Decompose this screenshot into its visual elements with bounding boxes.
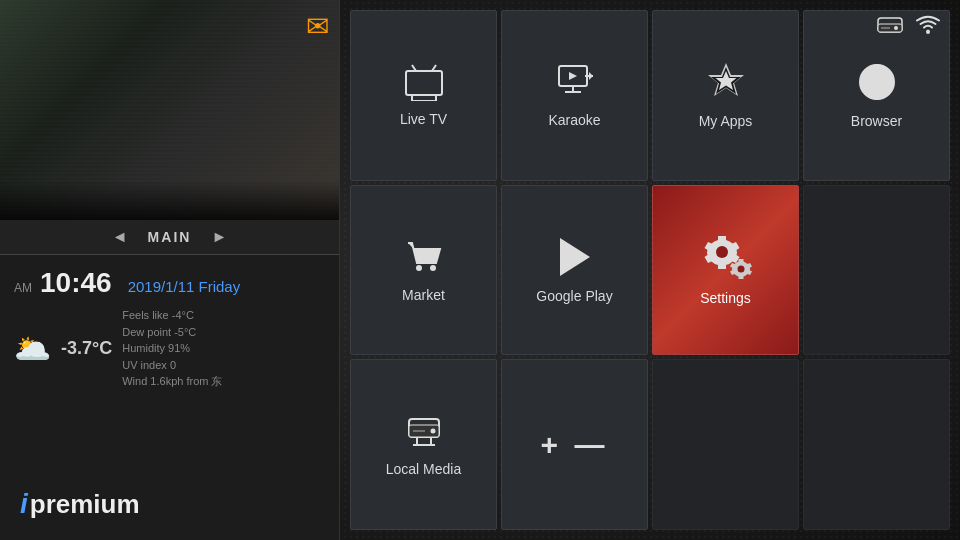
feels-like: Feels like -4°C bbox=[122, 307, 222, 324]
logo: i premium bbox=[20, 488, 140, 520]
humidity: Humidity 91% bbox=[122, 340, 222, 357]
logo-text: premium bbox=[30, 489, 140, 520]
my-apps-label: My Apps bbox=[699, 113, 753, 129]
channel-next-button[interactable]: ► bbox=[211, 228, 227, 246]
wifi-icon bbox=[914, 14, 942, 36]
local-media-icon bbox=[403, 413, 445, 451]
app-tile-market[interactable]: Market bbox=[350, 185, 497, 356]
date-display: 2019/1/11 Friday bbox=[128, 278, 241, 295]
karaoke-label: Karaoke bbox=[548, 112, 600, 128]
svg-point-3 bbox=[894, 26, 898, 30]
dew-point: Dew point -5°C bbox=[122, 324, 222, 341]
wind: Wind 1.6kph from 东 bbox=[122, 373, 222, 390]
channel-label: MAIN bbox=[148, 229, 192, 245]
time-display: 10:46 bbox=[40, 267, 112, 299]
svg-point-26 bbox=[430, 265, 436, 271]
logo-i: i bbox=[20, 488, 28, 520]
app-tile-karaoke[interactable]: Karaoke bbox=[501, 10, 648, 181]
app-tile-my-apps[interactable]: My Apps bbox=[652, 10, 799, 181]
left-panel: ✉ ◄ MAIN ► AM 10:46 2019/1/11 Friday 🌥️ … bbox=[0, 0, 340, 540]
svg-rect-6 bbox=[406, 71, 442, 95]
svg-marker-29 bbox=[560, 238, 590, 276]
app-tile-empty-r2c4 bbox=[803, 185, 950, 356]
live-tv-label: Live TV bbox=[400, 111, 447, 127]
weather-icon: 🌥️ bbox=[14, 331, 51, 366]
settings-label: Settings bbox=[700, 290, 751, 306]
hdd-icon bbox=[876, 14, 904, 36]
app-tile-live-tv[interactable]: Live TV bbox=[350, 10, 497, 181]
channel-controls: ◄ MAIN ► bbox=[0, 220, 339, 255]
live-tv-icon bbox=[402, 63, 446, 101]
svg-point-25 bbox=[416, 265, 422, 271]
market-label: Market bbox=[402, 287, 445, 303]
uv-index: UV index 0 bbox=[122, 357, 222, 374]
svg-point-31 bbox=[716, 246, 728, 258]
svg-marker-17 bbox=[589, 72, 593, 80]
google-play-icon bbox=[556, 236, 594, 278]
google-play-label: Google Play bbox=[536, 288, 612, 304]
status-icons bbox=[876, 14, 942, 36]
svg-point-35 bbox=[430, 428, 435, 433]
market-icon bbox=[404, 237, 444, 277]
plus-minus-symbol: + — bbox=[541, 428, 609, 462]
weather-row: 🌥️ -3.7°C Feels like -4°C Dew point -5°C… bbox=[14, 307, 325, 390]
svg-marker-13 bbox=[569, 72, 577, 80]
video-noise bbox=[0, 0, 339, 220]
mail-icon: ✉ bbox=[306, 10, 329, 43]
local-media-label: Local Media bbox=[386, 461, 462, 477]
weather-details: Feels like -4°C Dew point -5°C Humidity … bbox=[122, 307, 222, 390]
app-tile-plus-minus[interactable]: + — bbox=[501, 359, 648, 530]
app-tile-empty-r3c4 bbox=[803, 359, 950, 530]
my-apps-icon bbox=[705, 61, 747, 103]
video-preview: ✉ bbox=[0, 0, 339, 220]
app-tile-settings[interactable]: Settings bbox=[652, 185, 799, 356]
app-grid: Live TV Karaoke bbox=[340, 0, 960, 540]
time-ampm: AM bbox=[14, 281, 32, 295]
app-tile-google-play[interactable]: Google Play bbox=[501, 185, 648, 356]
svg-point-5 bbox=[926, 30, 930, 34]
time-row: AM 10:46 2019/1/11 Friday bbox=[14, 267, 325, 299]
app-tile-empty-r3c3 bbox=[652, 359, 799, 530]
svg-point-32 bbox=[737, 265, 744, 272]
browser-icon bbox=[856, 61, 898, 103]
browser-label: Browser bbox=[851, 113, 902, 129]
info-panel: AM 10:46 2019/1/11 Friday 🌥️ -3.7°C Feel… bbox=[0, 255, 339, 402]
temperature-display: -3.7°C bbox=[61, 338, 112, 359]
settings-icon bbox=[700, 234, 752, 280]
app-tile-local-media[interactable]: Local Media bbox=[350, 359, 497, 530]
plus-minus-icon: + — bbox=[541, 428, 609, 462]
channel-prev-button[interactable]: ◄ bbox=[112, 228, 128, 246]
karaoke-icon bbox=[555, 62, 595, 102]
